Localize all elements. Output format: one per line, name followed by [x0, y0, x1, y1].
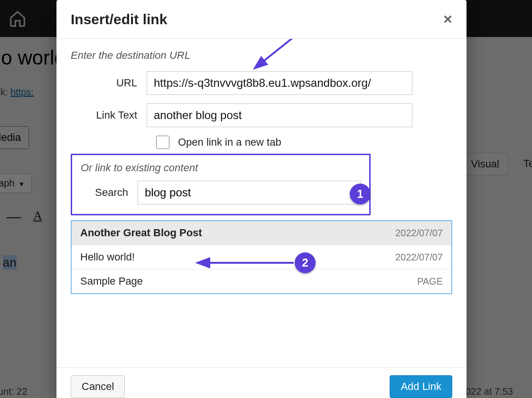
annotation-arrow-3: [246, 39, 322, 77]
result-meta: 2022/07/07: [395, 252, 443, 263]
annotation-badge-2: 2: [295, 252, 316, 273]
result-title: Another Great Blog Post: [80, 227, 202, 239]
result-meta: PAGE: [417, 276, 443, 287]
search-label: Search: [81, 186, 138, 199]
annotation-arrow-2: [194, 257, 303, 271]
result-row[interactable]: Another Great Blog Post 2022/07/07: [72, 221, 451, 245]
existing-content-hint: Or link to existing content: [81, 162, 361, 174]
result-meta: 2022/07/07: [395, 228, 443, 239]
search-input[interactable]: [138, 181, 361, 204]
result-row[interactable]: Sample Page PAGE: [72, 269, 451, 293]
close-icon[interactable]: ×: [443, 10, 452, 28]
result-title: Sample Page: [80, 275, 143, 287]
open-new-tab-checkbox[interactable]: [156, 136, 169, 149]
svg-line-0: [256, 39, 303, 67]
result-title: Hello world!: [80, 251, 135, 263]
existing-content-section: Or link to existing content Search: [71, 154, 371, 215]
link-text-input[interactable]: [147, 103, 412, 127]
dialog-title: Insert/edit link: [71, 11, 167, 28]
link-text-label: Link Text: [71, 109, 147, 121]
url-label: URL: [71, 77, 147, 89]
insert-link-dialog: Insert/edit link × Enter the destination…: [56, 0, 467, 398]
cancel-button[interactable]: Cancel: [71, 375, 125, 398]
open-new-tab-label: Open link in a new tab: [178, 136, 281, 148]
add-link-button[interactable]: Add Link: [390, 375, 452, 398]
annotation-badge-1: 1: [350, 184, 371, 204]
